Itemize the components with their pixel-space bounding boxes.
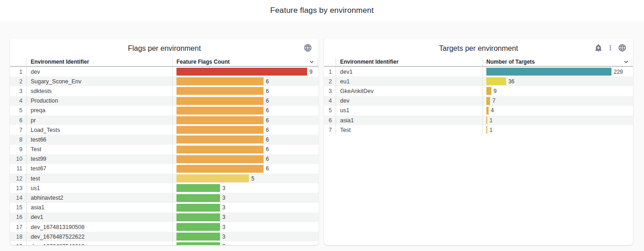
value-label: 6 [266, 146, 269, 153]
row-number: 4 [10, 96, 27, 106]
chevron-down-icon[interactable] [622, 58, 630, 65]
row-number: 3 [10, 86, 27, 96]
row-number: 5 [10, 106, 27, 115]
table-row: 1dev1229 [324, 67, 633, 76]
table-row: 12test5 [10, 174, 319, 183]
chart-title: Targets per environment [324, 38, 633, 58]
table-row: 5preqa6 [10, 106, 319, 115]
value-label: 9 [494, 88, 497, 94]
value-label: 3 [222, 234, 226, 240]
column-header-number-of-targets[interactable]: Number of Targets [483, 58, 632, 66]
column-header-feature-flags-count[interactable]: Feature Flags Count [173, 58, 318, 66]
value-bar-cell: 6 [173, 165, 319, 173]
table-row: 6pr6 [10, 115, 319, 125]
row-number: 15 [10, 203, 27, 213]
value-bar [176, 204, 220, 212]
chart-card-header: Flags per environment [10, 38, 319, 58]
table-row: 19dev_16764875466123 [10, 241, 319, 245]
value-label: 6 [266, 98, 269, 104]
value-bar [176, 233, 220, 240]
row-number: 5 [324, 106, 336, 115]
environment-name: test99 [27, 154, 173, 164]
globe-icon[interactable] [618, 44, 627, 52]
environment-name: asia1 [27, 203, 173, 213]
value-bar-cell: 6 [173, 116, 319, 124]
value-label: 5 [251, 175, 254, 182]
kebab-menu-icon[interactable] [606, 44, 615, 52]
environment-name: dev [336, 96, 483, 106]
value-label: 6 [266, 156, 269, 162]
row-number-header [324, 58, 336, 66]
column-header-environment-identifier[interactable]: Environment Identifier [336, 58, 483, 66]
value-bar [486, 107, 489, 115]
environment-name: dev_1676487546612 [27, 241, 173, 245]
table-row: 2Sugary_Scone_Env6 [10, 76, 319, 86]
environment-name: GkeAnkitDev [336, 86, 483, 96]
environment-name: dev1 [336, 67, 483, 76]
row-number: 7 [324, 125, 336, 135]
row-number: 3 [324, 86, 336, 96]
chart-card-header: Targets per environment [324, 38, 633, 58]
row-number: 17 [10, 222, 27, 232]
table-row: 4Production6 [10, 96, 319, 106]
value-label: 6 [266, 107, 269, 114]
value-bar-cell: 3 [173, 213, 319, 221]
row-number: 16 [10, 213, 27, 222]
environment-name: Load_Tests [27, 125, 173, 135]
environment-name: Sugary_Scone_Env [27, 76, 173, 86]
metric-header-label: Number of Targets [486, 59, 535, 65]
environment-name: us1 [27, 183, 173, 193]
row-number: 7 [10, 125, 27, 135]
globe-icon[interactable] [303, 44, 312, 52]
value-bar-cell: 1 [483, 126, 633, 134]
chevron-down-icon[interactable] [308, 58, 315, 65]
row-number: 8 [10, 135, 27, 144]
environment-name: eu1 [336, 76, 483, 86]
value-bar-cell: 3 [173, 242, 319, 245]
value-bar [176, 146, 264, 153]
value-bar-cell: 6 [173, 136, 319, 143]
row-number: 4 [324, 96, 336, 106]
environment-name: Test [27, 145, 173, 154]
value-label: 3 [222, 214, 226, 220]
value-bar [176, 194, 220, 202]
value-bar [176, 165, 264, 173]
row-number: 11 [10, 164, 27, 174]
environment-name: abhinavtest2 [27, 193, 173, 202]
value-bar [176, 223, 220, 231]
value-bar [176, 126, 264, 134]
value-label: 3 [222, 224, 226, 230]
value-bar [176, 77, 264, 85]
value-label: 3 [222, 195, 226, 201]
value-bar [176, 213, 220, 221]
row-number: 14 [10, 193, 27, 202]
value-bar [486, 87, 491, 95]
row-number: 6 [10, 115, 27, 125]
environment-name: test66 [27, 135, 173, 144]
table-body: 1dev12292eu1363GkeAnkitDev94dev75us146as… [324, 67, 633, 135]
value-bar-cell: 6 [173, 87, 319, 95]
value-bar-cell: 36 [483, 77, 633, 85]
table-row: 3GkeAnkitDev9 [324, 86, 633, 96]
environment-name: us1 [336, 106, 483, 115]
value-label: 6 [266, 127, 269, 133]
table-row: 2eu136 [324, 76, 633, 86]
value-bar-cell: 3 [173, 184, 319, 192]
table-row: 11test676 [10, 164, 319, 174]
value-bar-cell: 7 [483, 97, 633, 105]
value-bar-cell: 6 [173, 97, 319, 105]
row-number: 10 [10, 154, 27, 164]
row-number: 2 [10, 76, 27, 86]
add-alert-icon[interactable] [594, 44, 603, 52]
table-row: 13us13 [10, 183, 319, 193]
environment-name: test67 [27, 164, 173, 174]
value-bar-cell: 3 [173, 233, 319, 240]
value-bar-cell: 6 [173, 155, 319, 163]
value-bar [176, 242, 220, 245]
value-label: 6 [266, 117, 269, 124]
value-bar-cell: 6 [173, 126, 319, 134]
column-header-environment-identifier[interactable]: Environment Identifier [27, 58, 173, 66]
value-bar-cell: 3 [173, 194, 319, 202]
value-label: 6 [266, 78, 269, 85]
value-bar [176, 87, 264, 95]
